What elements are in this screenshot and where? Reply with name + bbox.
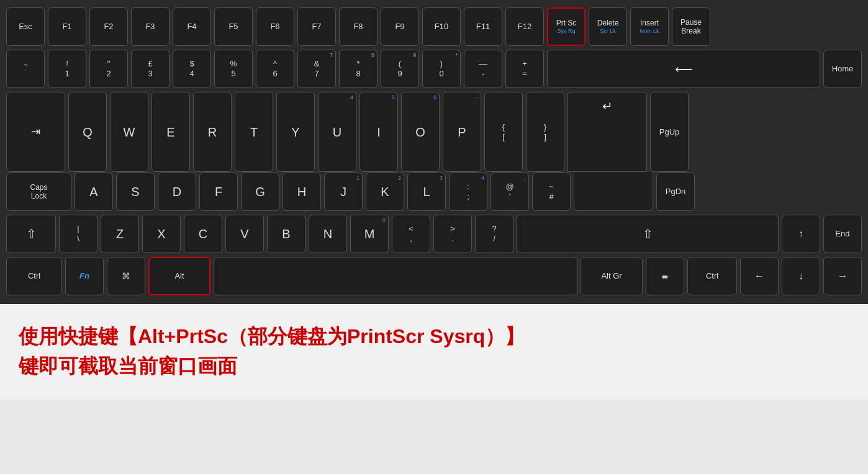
key-o[interactable]: 6 O (401, 92, 440, 172)
key-f12[interactable]: F12 (505, 7, 544, 46)
key-a[interactable]: A (75, 172, 113, 211)
key-ctrl-right[interactable]: Ctrl (687, 257, 737, 295)
key-hash[interactable]: ~# (532, 172, 571, 211)
key-minus[interactable]: —- (464, 50, 502, 88)
key-prtsc[interactable]: Prt Sc Sys Rq (547, 7, 585, 46)
key-v[interactable]: V (225, 215, 264, 253)
key-f4[interactable]: F4 (173, 7, 211, 46)
key-f1[interactable]: F1 (48, 7, 86, 46)
key-m[interactable]: 0 M (350, 215, 389, 253)
key-enter-top[interactable]: ↵ (567, 92, 647, 172)
keyboard-section: Esc F1 F2 F3 F4 F5 F6 F7 F8 F9 F10 F11 F… (0, 0, 868, 304)
key-f7[interactable]: F7 (297, 7, 336, 46)
key-menu[interactable]: ≣ (646, 257, 684, 295)
key-e[interactable]: E (151, 92, 190, 172)
key-backspace[interactable]: ⟵ (547, 50, 820, 88)
key-3[interactable]: £3 (131, 50, 170, 88)
key-p[interactable]: - P (443, 92, 481, 172)
key-esc[interactable]: Esc (6, 7, 45, 46)
key-comma[interactable]: <, (392, 215, 430, 253)
key-h[interactable]: H (283, 172, 321, 211)
key-pgdn[interactable]: PgDn (656, 172, 695, 211)
key-left[interactable]: ← (740, 257, 779, 295)
key-7[interactable]: 7 &7 (297, 50, 336, 88)
key-5[interactable]: %5 (214, 50, 253, 88)
key-insert[interactable]: Insert Num Lk (630, 7, 669, 46)
key-enter-bottom (574, 172, 653, 211)
key-y[interactable]: Y (276, 92, 315, 172)
key-home[interactable]: Home (823, 50, 862, 88)
key-alt[interactable]: Alt (148, 257, 210, 295)
key-s[interactable]: S (116, 172, 155, 211)
key-delete[interactable]: Delete Scr Lk (589, 7, 627, 46)
row-qwerty: ⇥ Q W E R T Y 4 U 5 I 6 O - P {[ }] ↵ (6, 92, 862, 172)
key-q[interactable]: Q (68, 92, 107, 172)
key-rbracket[interactable]: }] (526, 92, 564, 172)
key-end[interactable]: End (823, 215, 862, 253)
key-g[interactable]: G (241, 172, 279, 211)
key-6[interactable]: ^6 (256, 50, 294, 88)
key-4[interactable]: $4 (173, 50, 211, 88)
key-t[interactable]: T (235, 92, 273, 172)
key-b[interactable]: B (267, 215, 305, 253)
row-function: Esc F1 F2 F3 F4 F5 F6 F7 F8 F9 F10 F11 F… (6, 7, 862, 46)
key-f2[interactable]: F2 (89, 7, 128, 46)
key-lbracket[interactable]: {[ (484, 92, 523, 172)
key-2[interactable]: "2 (89, 50, 128, 88)
key-0[interactable]: * )0 (422, 50, 461, 88)
key-z[interactable]: Z (101, 215, 139, 253)
key-f11[interactable]: F11 (464, 7, 502, 46)
key-up[interactable]: ↑ (782, 215, 820, 253)
key-altgr[interactable]: Alt Gr (581, 257, 643, 295)
key-f[interactable]: F (199, 172, 238, 211)
key-pgup[interactable]: PgUp (650, 92, 689, 172)
key-f9[interactable]: F9 (381, 7, 419, 46)
key-w[interactable]: W (110, 92, 148, 172)
key-x[interactable]: X (142, 215, 181, 253)
key-capslock[interactable]: CapsLock (6, 172, 71, 211)
row-bottom: Ctrl Fn ⌘ Alt Alt Gr ≣ Ctrl ← ↓ → (6, 257, 862, 295)
key-f8[interactable]: F8 (339, 7, 377, 46)
key-u[interactable]: 4 U (318, 92, 356, 172)
key-quote[interactable]: . @' (491, 172, 529, 211)
key-space[interactable] (214, 257, 577, 295)
key-f5[interactable]: F5 (214, 7, 253, 46)
key-backslash[interactable]: |\ (59, 215, 97, 253)
key-rshift[interactable]: ⇧ (517, 215, 779, 253)
key-8[interactable]: 8 *8 (339, 50, 377, 88)
key-f10[interactable]: F10 (422, 7, 461, 46)
key-backtick[interactable]: ¬` (6, 50, 45, 88)
key-equals[interactable]: += (505, 50, 544, 88)
row-asdf: CapsLock A S D F G H 1 J 2 K 3 L 4 :; . … (6, 172, 862, 211)
key-i[interactable]: 5 I (359, 92, 398, 172)
key-period[interactable]: >. (433, 215, 472, 253)
key-pause[interactable]: PauseBreak (672, 7, 710, 46)
key-win[interactable]: ⌘ (107, 257, 145, 295)
row-zxcv: ⇧ |\ Z X C V B N 0 M <, >. ?/ ⇧ ↑ End (6, 215, 862, 253)
row-number: ¬` !1 "2 £3 $4 %5 ^6 7 &7 8 *8 9 (9 (6, 50, 862, 88)
key-f3[interactable]: F3 (131, 7, 170, 46)
key-lshift[interactable]: ⇧ (6, 215, 56, 253)
key-c[interactable]: C (184, 215, 222, 253)
key-n[interactable]: N (309, 215, 347, 253)
key-1[interactable]: !1 (48, 50, 86, 88)
text-section: 使用快捷键【Alt+PrtSc（部分键盘为PrintScr Sysrq）】 键即… (0, 304, 868, 400)
key-k[interactable]: 2 K (366, 172, 404, 211)
key-right[interactable]: → (823, 257, 862, 295)
key-j[interactable]: 1 J (324, 172, 363, 211)
key-d[interactable]: D (158, 172, 196, 211)
key-down[interactable]: ↓ (782, 257, 820, 295)
key-tab[interactable]: ⇥ (6, 92, 65, 172)
key-semicolon[interactable]: 4 :; (449, 172, 487, 211)
key-f6[interactable]: F6 (256, 7, 294, 46)
instruction-text: 使用快捷键【Alt+PrtSc（部分键盘为PrintScr Sysrq）】 键即… (19, 321, 849, 381)
key-slash[interactable]: ?/ (475, 215, 513, 253)
key-l[interactable]: 3 L (407, 172, 446, 211)
key-9[interactable]: 9 (9 (381, 50, 419, 88)
key-r[interactable]: R (193, 92, 232, 172)
key-ctrl-left[interactable]: Ctrl (6, 257, 62, 295)
key-fn[interactable]: Fn (65, 257, 104, 295)
